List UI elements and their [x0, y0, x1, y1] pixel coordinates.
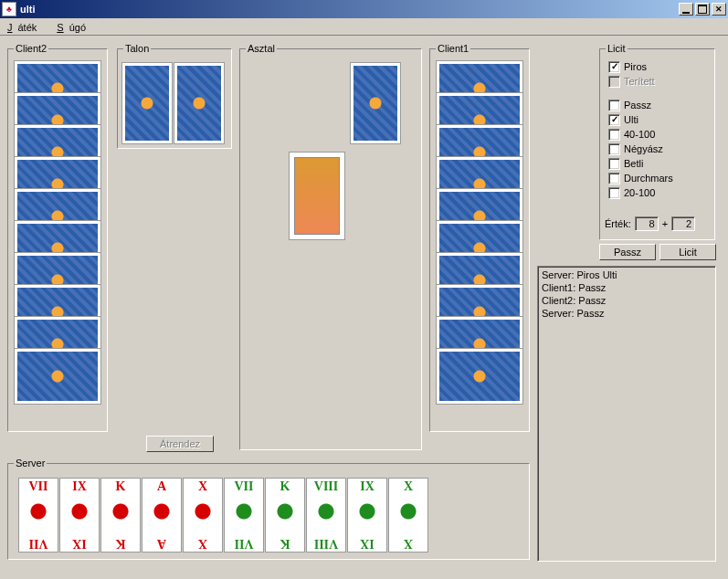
chk-durchmars[interactable]: Durchmars — [608, 171, 711, 185]
log-line: Server: Passz — [542, 307, 712, 320]
ertek-extra: 2 — [671, 216, 695, 231]
checkbox-icon — [608, 114, 620, 126]
chk-piros[interactable]: Piros — [608, 59, 711, 74]
checkbox-icon — [608, 158, 620, 170]
chk-betli[interactable]: Betli — [608, 156, 711, 171]
checkbox-icon — [608, 129, 620, 141]
licit-button[interactable]: Licit — [659, 244, 716, 260]
asztal-card-face[interactable] — [290, 153, 344, 239]
minimize-button[interactable] — [679, 3, 693, 16]
menu-jatek[interactable]: Játék — [2, 20, 47, 33]
log-box: Server: Piros Ulti Client1: Passz Client… — [537, 266, 716, 562]
server-card[interactable]: KK — [265, 478, 305, 553]
chk-40-100[interactable]: 40-100 — [608, 127, 711, 142]
client1-card[interactable] — [437, 349, 522, 404]
log-line: Client1: Passz — [542, 281, 712, 294]
checkbox-icon — [608, 76, 620, 88]
talon-card[interactable] — [122, 63, 172, 143]
server-card[interactable]: XX — [183, 478, 223, 553]
close-button[interactable] — [712, 3, 726, 16]
checkbox-icon — [608, 143, 620, 155]
log-line: Client2: Passz — [542, 294, 712, 307]
window-title: ulti — [20, 4, 36, 15]
ertek-label: Érték: — [605, 218, 631, 229]
server-card[interactable]: VIIVII — [18, 478, 58, 553]
asztal-card-back[interactable] — [351, 63, 400, 143]
talon-card[interactable] — [174, 63, 224, 143]
server-card[interactable]: IXIX — [59, 478, 100, 553]
chk-ulti[interactable]: Ulti — [608, 112, 711, 127]
app-icon: ♣ — [2, 2, 16, 16]
checkbox-icon — [608, 100, 620, 111]
passz-button[interactable]: Passz — [599, 244, 656, 260]
ertek-base: 8 — [635, 216, 659, 231]
server-card[interactable]: AA — [142, 478, 182, 553]
maximize-button[interactable] — [695, 3, 710, 16]
server-card[interactable]: VIIIVIII — [306, 478, 346, 553]
chk-negyasz[interactable]: Négyász — [608, 142, 711, 156]
checkbox-icon — [608, 61, 620, 73]
chk-teritett[interactable]: Terített — [608, 74, 711, 89]
log-line: Server: Piros Ulti — [542, 268, 712, 281]
checkbox-icon — [608, 173, 620, 184]
server-card[interactable]: KK — [100, 478, 141, 553]
server-card[interactable]: VIIVII — [224, 478, 264, 553]
chk-20-100[interactable]: 20-100 — [608, 185, 711, 200]
atrendez-button[interactable]: Átrendez — [146, 436, 214, 452]
client2-card[interactable] — [15, 349, 100, 404]
menubar: Játék Súgó — [0, 18, 728, 36]
chk-passz[interactable]: Passz — [608, 98, 711, 112]
server-card[interactable]: XX — [388, 478, 428, 553]
server-card[interactable]: IXIX — [347, 478, 387, 553]
ertek-plus: + — [662, 218, 668, 229]
titlebar: ♣ ulti — [0, 0, 728, 18]
menu-sugo[interactable]: Súgó — [51, 20, 97, 33]
checkbox-icon — [608, 187, 620, 199]
